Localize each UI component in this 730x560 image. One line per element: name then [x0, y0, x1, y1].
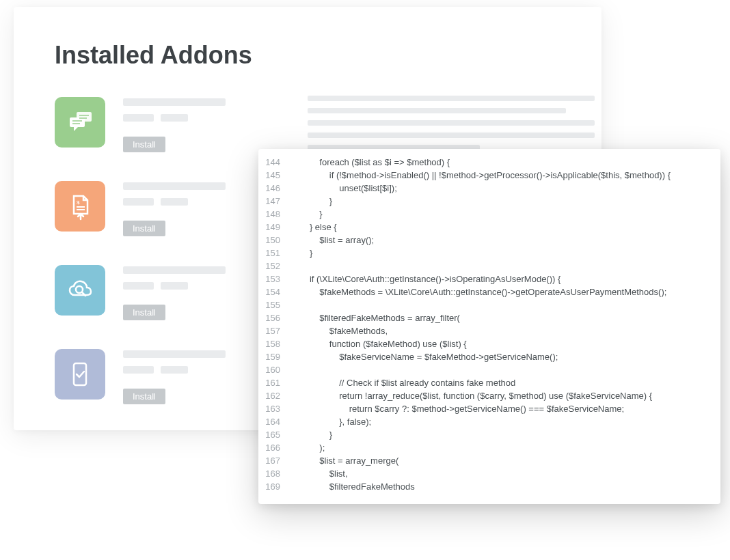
- addon-meta-skeleton: [161, 366, 188, 374]
- line-number: 150: [258, 234, 290, 247]
- line-number: 156: [258, 311, 290, 324]
- line-number: 164: [258, 415, 290, 428]
- code-line: 169 $filteredFakeMethods: [258, 480, 720, 493]
- addon-meta-skeleton: [161, 282, 188, 290]
- line-content: [290, 260, 720, 272]
- line-content: }: [290, 208, 720, 221]
- code-line: 163 return $carry ?: $method->getService…: [258, 402, 720, 415]
- code-line: 144 foreach ($list as $i => $method) {: [258, 156, 720, 169]
- cloud-search-icon: [55, 265, 105, 316]
- code-content: 144 foreach ($list as $i => $method) {14…: [258, 156, 720, 493]
- line-content: // Check if $list already contains fake …: [290, 376, 720, 389]
- line-content: }: [290, 247, 720, 260]
- code-line: 159 $fakeServiceName = $fakeMethod->getS…: [258, 350, 720, 363]
- code-line: 148 }: [258, 208, 720, 221]
- page-title: Installed Addons: [55, 41, 560, 70]
- line-content: return $carry ?: $method->getServiceName…: [290, 402, 720, 415]
- line-content: [290, 363, 720, 376]
- code-line: 153 if (\XLite\Core\Auth::getInstance()-…: [258, 272, 720, 285]
- line-number: 168: [258, 467, 290, 480]
- code-line: 156 $filteredFakeMethods = array_filter(: [258, 311, 720, 324]
- code-line: 157 $fakeMethods,: [258, 324, 720, 337]
- invoice-upload-icon: $: [55, 181, 105, 232]
- svg-rect-11: [74, 363, 86, 385]
- line-number: 151: [258, 247, 290, 260]
- code-line: 146 unset($list[$i]);: [258, 182, 720, 195]
- line-content: function ($fakeMethod) use ($list) {: [290, 337, 720, 350]
- line-content: foreach ($list as $i => $method) {: [290, 156, 720, 169]
- install-button[interactable]: Install: [123, 305, 165, 320]
- code-line: 160: [258, 363, 720, 376]
- line-content: $fakeMethods,: [290, 324, 720, 337]
- addon-title-skeleton: [123, 266, 226, 274]
- line-content: }: [290, 195, 720, 208]
- code-line: 167 $list = array_merge(: [258, 454, 720, 467]
- line-number: 161: [258, 376, 290, 389]
- line-content: }, false);: [290, 415, 720, 428]
- addon-title-skeleton: [123, 182, 226, 190]
- phone-check-icon: [55, 349, 105, 400]
- description-skeleton: [308, 96, 595, 157]
- code-line: 165 }: [258, 428, 720, 441]
- line-content: if (\XLite\Core\Auth::getInstance()->isO…: [290, 272, 720, 285]
- chat-bubbles-icon: [55, 97, 105, 148]
- line-number: 147: [258, 195, 290, 208]
- addon-meta-skeleton: [123, 114, 154, 122]
- line-content: return !array_reduce($list, function ($c…: [290, 389, 720, 402]
- code-line: 147 }: [258, 195, 720, 208]
- code-line: 154 $fakeMethods = \XLite\Core\Auth::get…: [258, 285, 720, 298]
- code-line: 162 return !array_reduce($list, function…: [258, 389, 720, 402]
- line-number: 148: [258, 208, 290, 221]
- line-number: 149: [258, 221, 290, 234]
- line-number: 157: [258, 324, 290, 337]
- line-number: 162: [258, 389, 290, 402]
- code-line: 164 }, false);: [258, 415, 720, 428]
- addon-title-skeleton: [123, 350, 226, 358]
- svg-text:$: $: [77, 199, 80, 206]
- line-content: $list,: [290, 467, 720, 480]
- line-content: if (!$method->isEnabled() || !$method->g…: [290, 169, 720, 182]
- line-content: $list = array();: [290, 234, 720, 247]
- code-line: 150 $list = array();: [258, 234, 720, 247]
- code-line: 166 );: [258, 441, 720, 454]
- line-number: 146: [258, 182, 290, 195]
- line-content: );: [290, 441, 720, 454]
- line-number: 163: [258, 402, 290, 415]
- line-content: $filteredFakeMethods = array_filter(: [290, 311, 720, 324]
- addon-meta-skeleton: [123, 282, 154, 290]
- line-content: $fakeServiceName = $fakeMethod->getServi…: [290, 350, 720, 363]
- line-number: 152: [258, 260, 290, 272]
- code-line: 145 if (!$method->isEnabled() || !$metho…: [258, 169, 720, 182]
- line-number: 154: [258, 285, 290, 298]
- code-line: 155: [258, 298, 720, 311]
- addon-meta-skeleton: [123, 198, 154, 206]
- line-number: 167: [258, 454, 290, 467]
- line-number: 159: [258, 350, 290, 363]
- line-content: [290, 298, 720, 311]
- line-content: } else {: [290, 221, 720, 234]
- install-button[interactable]: Install: [123, 221, 165, 236]
- line-content: $list = array_merge(: [290, 454, 720, 467]
- line-number: 158: [258, 337, 290, 350]
- install-button[interactable]: Install: [123, 137, 165, 152]
- line-number: 155: [258, 298, 290, 311]
- line-number: 144: [258, 156, 290, 169]
- addon-title-skeleton: [123, 98, 226, 106]
- code-editor-panel: 144 foreach ($list as $i => $method) {14…: [258, 149, 720, 504]
- code-line: 168 $list,: [258, 467, 720, 480]
- line-content: }: [290, 428, 720, 441]
- line-number: 169: [258, 480, 290, 493]
- line-content: $fakeMethods = \XLite\Core\Auth::getInst…: [290, 285, 720, 298]
- line-number: 165: [258, 428, 290, 441]
- code-line: 151 }: [258, 247, 720, 260]
- line-number: 145: [258, 169, 290, 182]
- svg-rect-1: [77, 112, 92, 122]
- addon-meta-skeleton: [161, 114, 188, 122]
- line-number: 160: [258, 363, 290, 376]
- line-content: unset($list[$i]);: [290, 182, 720, 195]
- addon-meta-skeleton: [161, 198, 188, 206]
- code-line: 158 function ($fakeMethod) use ($list) {: [258, 337, 720, 350]
- code-line: 149 } else {: [258, 221, 720, 234]
- install-button[interactable]: Install: [123, 389, 165, 404]
- line-content: $filteredFakeMethods: [290, 480, 720, 493]
